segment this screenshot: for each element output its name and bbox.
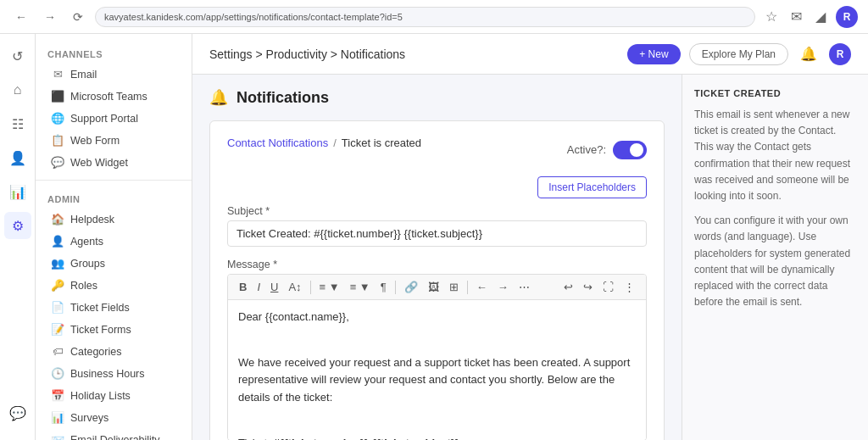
- reports-icon[interactable]: 📊: [4, 178, 31, 205]
- undo-button[interactable]: ↩: [559, 278, 577, 296]
- table-button[interactable]: ⊞: [445, 278, 463, 296]
- email-icon-button[interactable]: ✉: [787, 5, 805, 28]
- sidebar-item-business-hours[interactable]: 🕒 Business Hours: [39, 363, 188, 384]
- ol-button[interactable]: ≡ ▼: [346, 278, 375, 296]
- toolbar-sep-3: [467, 281, 468, 294]
- star-icon-button[interactable]: ☆: [762, 5, 781, 28]
- center-panel: 🔔 Notifications Contact Notifications / …: [192, 75, 682, 440]
- main-area: Settings > Productivity > Notifications …: [192, 34, 868, 440]
- message-field-group: Message * B I U A↕ ≡ ▼ ≡ ▼ ¶: [227, 259, 647, 440]
- rte-right-tools: ↩ ↪ ⛶ ⋮: [559, 278, 639, 296]
- app-layout: ↺ ⌂ ☷ 👤 📊 ⚙ 💬 Channels ✉ Email ⬛ Microso…: [0, 34, 868, 440]
- right-panel-title: TICKET CREATED: [694, 88, 856, 98]
- active-label: Active?:: [567, 143, 606, 156]
- rte-ticket-bold: #{{ticket.number}} {{ticket.subject}}: [273, 437, 459, 440]
- explore-button[interactable]: Explore My Plan: [689, 43, 788, 65]
- arrow-left-button[interactable]: ←: [472, 278, 492, 296]
- agents-icon: 👤: [51, 235, 64, 248]
- ticket-fields-icon: 📄: [51, 301, 64, 314]
- rte-line-2: [238, 331, 636, 349]
- settings-icon[interactable]: ⚙: [4, 212, 31, 239]
- right-panel: TICKET CREATED This email is sent whenev…: [682, 75, 868, 440]
- paragraph-button[interactable]: ¶: [376, 278, 391, 296]
- subject-input[interactable]: [227, 220, 647, 247]
- expand-button[interactable]: ⛶: [598, 278, 618, 296]
- font-size-button[interactable]: A↕: [284, 278, 305, 296]
- redo-button[interactable]: ↪: [579, 278, 597, 296]
- toolbar-sep-1: [310, 281, 311, 294]
- sidebar: Channels ✉ Email ⬛ Microsoft Teams 🌐 Sup…: [36, 34, 192, 440]
- menu-button[interactable]: ⋮: [620, 278, 639, 296]
- notification-bell-icon[interactable]: 🔔: [797, 42, 821, 65]
- link-button[interactable]: 🔗: [400, 278, 422, 296]
- right-panel-para1: This email is sent whenever a new ticket…: [694, 107, 856, 204]
- breadcrumb: Settings > Productivity > Notifications: [209, 47, 405, 61]
- holiday-icon: 📅: [51, 389, 64, 402]
- form-card: Contact Notifications / Ticket is create…: [209, 120, 665, 440]
- underline-button[interactable]: U: [266, 278, 282, 296]
- sidebar-item-email[interactable]: ✉ Email: [39, 64, 188, 85]
- refresh-button[interactable]: ⟳: [68, 7, 88, 27]
- back-button[interactable]: ←: [10, 7, 32, 27]
- tickets-icon[interactable]: ☷: [4, 110, 31, 137]
- bold-button[interactable]: B: [235, 278, 251, 296]
- sidebar-item-ticket-forms[interactable]: 📝 Ticket Forms: [39, 319, 188, 340]
- widget-icon: 💬: [51, 156, 64, 169]
- rte-toolbar: B I U A↕ ≡ ▼ ≡ ▼ ¶ 🔗 🖼: [228, 275, 646, 300]
- rte-line-1: Dear {{contact.name}},: [238, 309, 636, 326]
- sidebar-item-groups[interactable]: 👥 Groups: [39, 253, 188, 274]
- helpdesk-icon: 🏠: [51, 213, 64, 226]
- new-button[interactable]: + New: [627, 44, 680, 64]
- deliverability-icon: 📨: [51, 433, 64, 440]
- arrow-right-button[interactable]: →: [493, 278, 513, 296]
- user-avatar[interactable]: R: [836, 6, 858, 28]
- sidebar-item-ticket-fields[interactable]: 📄 Ticket Fields: [39, 297, 188, 318]
- active-row: Active?:: [567, 141, 647, 159]
- teams-icon: ⬛: [51, 90, 64, 103]
- sidebar-item-helpdesk[interactable]: 🏠 Helpdesk: [39, 209, 188, 230]
- breadcrumb-current: Ticket is created: [342, 136, 421, 149]
- italic-button[interactable]: I: [253, 278, 264, 296]
- insert-placeholders-button[interactable]: Insert Placeholders: [537, 176, 647, 198]
- page-header: 🔔 Notifications: [209, 88, 665, 107]
- sidebar-item-holiday-lists[interactable]: 📅 Holiday Lists: [39, 385, 188, 406]
- sidebar-item-teams[interactable]: ⬛ Microsoft Teams: [39, 86, 188, 107]
- roles-icon: 🔑: [51, 279, 64, 292]
- channels-section-title: Channels: [36, 42, 192, 63]
- admin-section-title: Admin: [36, 187, 192, 208]
- back-home-icon[interactable]: ↺: [4, 42, 31, 70]
- sidebar-item-surveys[interactable]: 📊 Surveys: [39, 407, 188, 428]
- ul-button[interactable]: ≡ ▼: [315, 278, 344, 296]
- puzzle-icon-button[interactable]: ◢: [812, 5, 829, 28]
- contacts-icon[interactable]: 👤: [4, 144, 31, 171]
- surveys-icon: 📊: [51, 411, 64, 424]
- sidebar-item-email-deliverability[interactable]: 📨 Email Deliverability: [39, 429, 188, 440]
- sidebar-item-agents[interactable]: 👤 Agents: [39, 231, 188, 252]
- contact-notifications-link[interactable]: Contact Notifications: [227, 136, 328, 149]
- categories-icon: 🏷: [51, 345, 64, 358]
- right-panel-para2: You can configure it with your own words…: [694, 213, 856, 310]
- subject-label: Subject *: [227, 205, 647, 217]
- forward-button[interactable]: →: [39, 7, 61, 27]
- rte-body[interactable]: Dear {{contact.name}}, We have received …: [228, 300, 646, 440]
- rte-line-4: [238, 412, 636, 430]
- chat-icon[interactable]: 💬: [4, 399, 31, 426]
- sidebar-item-roles[interactable]: 🔑 Roles: [39, 275, 188, 296]
- sidebar-item-categories[interactable]: 🏷 Categories: [39, 341, 188, 362]
- content-area: 🔔 Notifications Contact Notifications / …: [192, 75, 868, 440]
- image-button[interactable]: 🖼: [424, 278, 443, 296]
- sidebar-item-support-portal[interactable]: 🌐 Support Portal: [39, 108, 188, 129]
- sidebar-item-web-form[interactable]: 📋 Web Form: [39, 130, 188, 151]
- email-icon: ✉: [51, 68, 64, 81]
- home-icon[interactable]: ⌂: [4, 76, 31, 103]
- form-icon: 📋: [51, 134, 64, 147]
- message-label: Message *: [227, 259, 647, 270]
- more-button[interactable]: ⋯: [515, 278, 534, 296]
- sidebar-item-web-widget[interactable]: 💬 Web Widget: [39, 152, 188, 173]
- notification-icon: 🔔: [209, 88, 228, 107]
- active-toggle[interactable]: [613, 141, 647, 159]
- sidebar-divider-1: [36, 180, 192, 181]
- breadcrumb-right: + New Explore My Plan 🔔 R: [627, 42, 851, 65]
- user-avatar-main[interactable]: R: [829, 43, 851, 65]
- url-bar: kavyatest.kanidesk.com/app/settings/noti…: [95, 7, 755, 27]
